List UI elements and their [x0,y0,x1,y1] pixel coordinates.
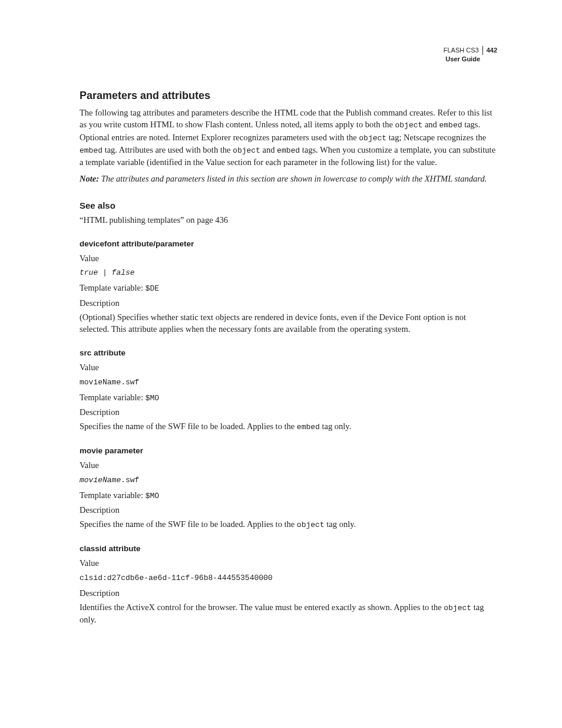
src-description: Specifies the name of the SWF file to be… [80,421,297,431]
description-label: Description [80,587,497,599]
note-label: Note: [80,174,99,183]
main-heading: Parameters and attributes [80,88,497,103]
src-heading: src attribute [80,348,497,359]
template-var-label: Template variable: [80,283,146,292]
intro-text: and [260,145,277,154]
devicefont-description: (Optional) Specifies whether static text… [80,311,497,335]
value-label: Value [80,361,497,373]
code-object: object [395,121,423,130]
code-object: object [297,521,325,529]
template-var-code: $MO [146,394,159,403]
note-text: The attributes and parameters listed in … [99,174,487,183]
intro-text: and [422,120,439,129]
header-product: FLASH CS3 [444,46,483,55]
code-embed: embed [297,423,320,431]
movie-description: tag only. [325,519,356,529]
movie-value-name: movieName [80,476,121,485]
template-var-code: $MO [146,492,159,500]
src-description: tag only. [320,421,351,431]
code-object: object [233,146,260,155]
code-object: object [444,604,471,612]
movie-value-ext: .swf [121,476,139,485]
description-label: Description [80,504,497,516]
devicefont-value: true | false [80,268,135,277]
note: Note: The attributes and parameters list… [80,173,497,185]
src-value: movieName.swf [80,378,139,387]
value-label: Value [80,252,497,264]
template-var-label: Template variable: [80,490,146,500]
see-also-heading: See also [80,199,497,212]
devicefont-heading: devicefont attribute/parameter [80,239,497,250]
page-header: FLASH CS3442 User Guide [444,46,497,64]
value-label: Value [80,557,497,569]
header-subtitle: User Guide [444,55,497,64]
intro-paragraph: The following tag attributes and paramet… [80,107,497,168]
classid-heading: classid attribute [80,543,497,555]
code-embed: embed [277,146,300,155]
movie-description: Specifies the name of the SWF file to be… [80,519,297,529]
value-label: Value [80,459,497,471]
classid-description: Identifies the ActiveX control for the b… [80,602,444,612]
see-also-link: “HTML publishing templates” on page 436 [80,214,497,226]
template-var-label: Template variable: [80,393,146,402]
document-page: FLASH CS3442 User Guide Parameters and a… [0,0,562,728]
intro-text: tag; Netscape recognizes the [386,133,486,142]
movie-heading: movie parameter [80,446,497,457]
code-embed: embed [439,121,462,130]
description-label: Description [80,406,497,418]
template-var-code: $DE [146,284,159,293]
classid-value: clsid:d27cdb6e-ae6d-11cf-96b8-4445535400… [80,574,273,582]
code-object: object [359,134,386,143]
description-label: Description [80,297,497,309]
page-number: 442 [483,47,497,54]
intro-text: tag. Attributes are used with both the [103,145,233,154]
code-embed: embed [80,146,103,155]
